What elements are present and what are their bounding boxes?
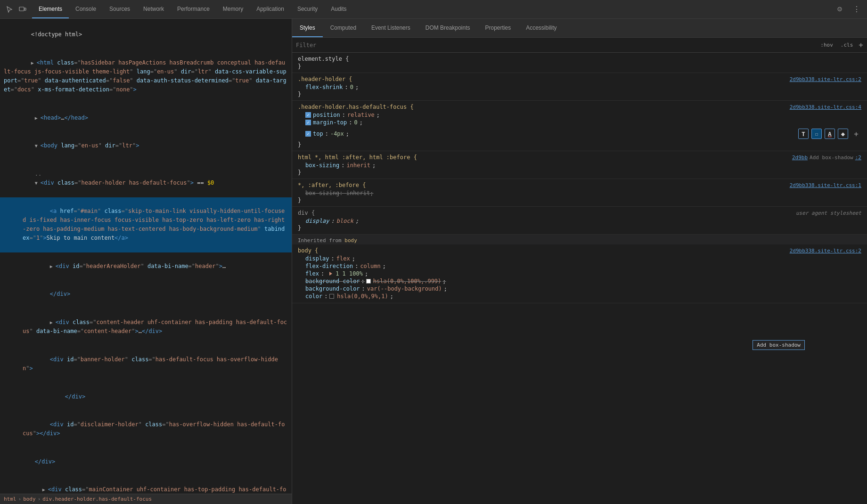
add-style-button[interactable]: + bbox=[859, 41, 863, 49]
checkbox-position[interactable] bbox=[305, 112, 311, 118]
inherited-from-label: Inherited from body bbox=[292, 235, 867, 244]
css-source-all-pseudo[interactable]: 2d9bb338.site-ltr.css:1 bbox=[790, 182, 861, 188]
css-source-html-all-end[interactable]: :2 bbox=[855, 154, 861, 161]
css-close-brace: } bbox=[298, 197, 861, 203]
css-rule-header-holder: .header-holder { 2d9bb338.site-ltr.css:2… bbox=[292, 73, 867, 101]
device-icon[interactable] bbox=[17, 4, 28, 15]
css-close-brace: } bbox=[298, 91, 861, 98]
text-color-tool[interactable]: A bbox=[825, 129, 835, 139]
css-prop-display-block: display: block; bbox=[298, 217, 861, 225]
checkbox-margin-top[interactable] bbox=[305, 120, 311, 125]
ua-source-label: user agent stylesheet bbox=[796, 210, 861, 216]
tab-computed[interactable]: Computed bbox=[323, 19, 364, 37]
css-close-brace: } bbox=[298, 225, 861, 231]
dom-line-selected[interactable]: <a href="#main" class="skip-to-main-link… bbox=[0, 197, 292, 252]
add-box-shadow-tooltip: Add box-shadow bbox=[752, 340, 805, 350]
tab-memory[interactable]: Memory bbox=[216, 0, 250, 18]
tab-accessibility[interactable]: Accessibility bbox=[518, 19, 564, 37]
breadcrumb-body[interactable]: body bbox=[23, 496, 36, 502]
css-prop-color: color: hsla(0,0%,9%,1); bbox=[298, 293, 861, 300]
tab-security[interactable]: Security bbox=[291, 0, 324, 18]
checkbox-top[interactable] bbox=[305, 131, 311, 137]
tab-elements[interactable]: Elements bbox=[32, 0, 69, 18]
svg-rect-1 bbox=[25, 8, 26, 10]
background-tool[interactable]: ◆ bbox=[838, 129, 848, 139]
hov-button[interactable]: :hov bbox=[818, 41, 835, 49]
css-close-brace: } bbox=[298, 63, 861, 70]
dom-line-html[interactable]: ▶<html class="hasSidebar hasPageActions … bbox=[0, 49, 292, 104]
css-source-html-all[interactable]: 2d9bb bbox=[792, 154, 808, 161]
devtools-toolbar: Elements Console Sources Network Perform… bbox=[0, 0, 867, 19]
dom-tree[interactable]: <!doctype html> ▶<html class="hasSidebar… bbox=[0, 19, 292, 494]
tab-dom-breakpoints[interactable]: DOM Breakpoints bbox=[418, 19, 478, 37]
css-selector-element: element.style { bbox=[298, 56, 861, 62]
css-prop-bg-color-var: background-color: var(--body-background)… bbox=[298, 285, 861, 293]
smile-icon[interactable]: ☺ bbox=[833, 3, 846, 16]
css-rule-element-style: element.style { } bbox=[292, 53, 867, 73]
styles-content: element.style { } .header-holder { 2d9bb… bbox=[292, 53, 867, 504]
dom-line-main-container[interactable]: ▶<div class="mainContainer uhf-container… bbox=[0, 476, 292, 494]
css-rule-div-ua: div { user agent stylesheet display: blo… bbox=[292, 207, 867, 235]
css-prop-flex-direction: flex-direction: column; bbox=[298, 262, 861, 270]
tools-row: T ☐ A ◆ + bbox=[798, 127, 861, 141]
color-swatch-white[interactable] bbox=[366, 279, 371, 284]
css-prop-top: top: -4px; T ☐ A ◆ + bbox=[298, 126, 861, 141]
css-prop-bg-color-strikethrough: background-color: hsla(0,0%,100%,.999); bbox=[298, 277, 861, 285]
dom-line-content-header[interactable]: ▶<div class="content-header uhf-containe… bbox=[0, 309, 292, 346]
tab-performance[interactable]: Performance bbox=[171, 0, 216, 18]
css-selector-div-ua: div { user agent stylesheet bbox=[298, 210, 861, 216]
main-container: <!doctype html> ▶<html class="hasSidebar… bbox=[0, 19, 867, 504]
dom-line-dots: .. ▼<div class="header-holder has-defaul… bbox=[0, 160, 292, 197]
styles-tabs: Styles Computed Event Listeners DOM Brea… bbox=[292, 19, 867, 38]
css-prop-flex: flex: 1 1 100%; bbox=[298, 270, 861, 277]
css-selector-header-holder-focus: .header-holder.has-default-focus { 2d9bb… bbox=[298, 104, 861, 110]
filter-input[interactable] bbox=[296, 42, 818, 49]
dom-line-disclaimer[interactable]: <div id="disclaimer-holder" class="has-o… bbox=[0, 411, 292, 448]
cursor-icon[interactable] bbox=[4, 4, 15, 15]
tab-sources[interactable]: Sources bbox=[103, 0, 137, 18]
box-shadow-tool[interactable]: ☐ bbox=[811, 129, 822, 139]
main-tabs: Elements Console Sources Network Perform… bbox=[32, 0, 353, 18]
css-prop-box-sizing-inherit: box-sizing: inherit; bbox=[298, 162, 861, 169]
tab-styles[interactable]: Styles bbox=[292, 19, 323, 37]
css-close-brace: } bbox=[298, 141, 861, 148]
dom-line-doctype[interactable]: <!doctype html> bbox=[0, 21, 292, 49]
tab-properties[interactable]: Properties bbox=[477, 19, 518, 37]
dom-line-head[interactable]: ▶<head>…</head> bbox=[0, 104, 292, 132]
dom-line-banner-close: </div> bbox=[0, 382, 292, 411]
css-rule-html-all: html *, html :after, html :before { 2d9b… bbox=[292, 151, 867, 179]
text-shadow-tool[interactable]: T bbox=[798, 129, 809, 139]
css-source-header-holder-focus[interactable]: 2d9bb338.site-ltr.css:4 bbox=[790, 104, 861, 110]
add-property-tool[interactable]: + bbox=[851, 129, 861, 139]
styles-panel: Styles Computed Event Listeners DOM Brea… bbox=[292, 19, 867, 504]
dom-line-body[interactable]: ▼<body lang="en-us" dir="ltr"> bbox=[0, 132, 292, 160]
triangle-icon[interactable] bbox=[329, 272, 332, 276]
tab-event-listeners[interactable]: Event Listeners bbox=[364, 19, 418, 37]
css-selector-all-pseudo: *, :after, :before { 2d9bb338.site-ltr.c… bbox=[298, 182, 861, 188]
css-source-body[interactable]: 2d9bb338.site-ltr.css:2 bbox=[790, 248, 861, 254]
breadcrumb-div[interactable]: div.header-holder.has-default-focus bbox=[42, 496, 152, 502]
tab-application[interactable]: Application bbox=[250, 0, 291, 18]
css-prop-margin-top: margin-top: 0; bbox=[298, 119, 861, 126]
dom-line-headerarea-close: </div> bbox=[0, 280, 292, 309]
dom-line-headerarea[interactable]: ▶<div id="headerAreaHolder" data-bi-name… bbox=[0, 252, 292, 281]
css-prop-box-sizing-strikethrough: box-sizing: inherit; bbox=[298, 189, 861, 197]
tab-audits[interactable]: Audits bbox=[324, 0, 353, 18]
css-rule-header-holder-focus: .header-holder.has-default-focus { 2d9bb… bbox=[292, 101, 867, 151]
more-icon[interactable]: ⋮ bbox=[850, 3, 863, 16]
cls-button[interactable]: .cls bbox=[839, 41, 855, 49]
breadcrumb-html[interactable]: html bbox=[4, 496, 16, 502]
svg-rect-0 bbox=[19, 7, 24, 11]
tab-console[interactable]: Console bbox=[69, 0, 103, 18]
css-source-header-holder[interactable]: 2d9bb338.site-ltr.css:2 bbox=[790, 76, 861, 82]
filter-bar: :hov .cls + bbox=[292, 38, 867, 53]
color-swatch-dark[interactable] bbox=[329, 294, 334, 299]
css-prop-position: position: relative; bbox=[298, 111, 861, 119]
css-prop-flex-shrink: flex-shrink: 0; bbox=[298, 83, 861, 91]
css-selector-header-holder: .header-holder { 2d9bb338.site-ltr.css:2 bbox=[298, 76, 861, 82]
dom-line-div-close: </div> bbox=[0, 448, 292, 476]
breadcrumb: html › body › div.header-holder.has-defa… bbox=[0, 494, 292, 504]
dom-line-banner[interactable]: <div id="banner-holder" class="has-defau… bbox=[0, 346, 292, 383]
tab-network[interactable]: Network bbox=[137, 0, 171, 18]
filter-right: :hov .cls + bbox=[818, 41, 863, 49]
